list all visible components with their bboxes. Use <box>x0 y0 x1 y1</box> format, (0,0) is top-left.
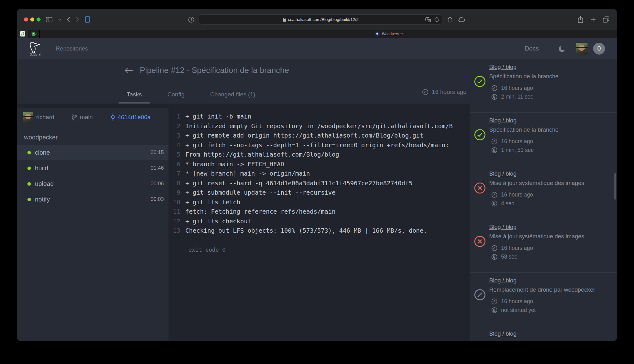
repo-link[interactable]: Blog / blog <box>489 224 516 231</box>
home-icon[interactable] <box>447 17 453 22</box>
page-icon[interactable] <box>85 16 90 23</box>
step-notify[interactable]: notify 00:03 <box>17 192 168 207</box>
log-line: 5From https://git.athaliasoft.com/Blog/b… <box>172 150 470 160</box>
back-icon[interactable] <box>67 17 70 22</box>
feather-favicon <box>20 31 25 36</box>
duration-icon <box>491 307 498 313</box>
app-version: 0.15.8 <box>30 52 41 57</box>
tab-config[interactable]: Config <box>159 91 193 104</box>
step-build[interactable]: build 01:46 <box>17 160 168 176</box>
author-avatar <box>23 112 33 123</box>
sidebar-toggle-icon[interactable] <box>46 17 52 22</box>
log-line: 9+ git submodule update --init --recursi… <box>172 188 470 198</box>
user-avatar[interactable] <box>576 43 588 55</box>
cloud-icon[interactable] <box>458 17 465 22</box>
reload-icon[interactable] <box>434 17 439 22</box>
tab-bar: Woodpecker <box>17 30 617 38</box>
log-line: 13Checking out LFS objects: 100% (573/57… <box>172 226 470 236</box>
notification-badge[interactable]: 0 <box>593 43 605 55</box>
repo-link[interactable]: Blog / blog <box>489 170 516 177</box>
zoom-window-button[interactable] <box>37 17 41 22</box>
pipeline-entry[interactable]: Blog / blog Mise à jour systématique des… <box>470 219 617 273</box>
back-arrow-icon[interactable] <box>124 67 133 74</box>
step-upload[interactable]: upload 00:06 <box>17 176 168 192</box>
translate-icon[interactable]: A <box>425 17 431 22</box>
forward-icon[interactable] <box>76 17 79 22</box>
workflow-group-label: woodpecker <box>17 127 168 145</box>
step-success-dot <box>27 198 31 201</box>
log-line: 6* branch main -> FETCH_HEAD <box>172 160 470 169</box>
lock-icon <box>283 17 286 22</box>
app-header: 0.15.8 Repositories Docs 0 <box>17 38 617 59</box>
log-line: 3+ git remote add origin https://git.ath… <box>172 131 470 141</box>
clock-icon <box>491 138 498 145</box>
repo-link[interactable]: Blog / blog <box>489 330 516 337</box>
app-logo[interactable]: 0.15.8 <box>28 41 42 57</box>
pinned-tab-2[interactable] <box>28 30 40 38</box>
browser-toolbar: ci.athaliasoft.com/Blog/blog/build/12/2 … <box>17 9 617 30</box>
repo-link[interactable]: Blog / blog <box>489 277 516 284</box>
commit-message: Mise à jour systématique des images <box>489 233 611 240</box>
url-bar[interactable]: ci.athaliasoft.com/Blog/blog/build/12/2 … <box>199 14 442 25</box>
dark-mode-toggle-icon[interactable] <box>558 45 566 53</box>
browser-window: ci.athaliasoft.com/Blog/blog/build/12/2 … <box>17 9 617 341</box>
pinned-tab-1[interactable] <box>17 30 28 38</box>
recent-pipelines-sidebar: Blog / blog Spécification de la branche … <box>470 59 617 341</box>
status-success-icon <box>474 129 486 141</box>
pipeline-entry[interactable]: Blog / blog Mise à jour systématique des… <box>470 166 617 219</box>
step-success-dot <box>27 167 31 170</box>
teacup-favicon <box>31 32 37 36</box>
commit-link[interactable]: 4614d1e06a <box>111 114 151 121</box>
clock-icon <box>491 245 498 251</box>
clock-icon <box>491 85 498 91</box>
console-log[interactable]: 1+ git init -b main 2Initialized empty G… <box>168 108 470 341</box>
minimize-window-button[interactable] <box>30 17 34 22</box>
share-icon[interactable] <box>578 16 583 23</box>
tab-tasks[interactable]: Tasks <box>119 91 150 104</box>
duration-icon <box>491 200 498 207</box>
duration-icon <box>491 94 498 100</box>
commit-message: Remplacement de drone par woodpecker <box>489 286 611 293</box>
clock-icon <box>422 89 429 95</box>
repo-link[interactable]: Blog / blog <box>489 117 516 124</box>
pipeline-entry[interactable]: Blog / blog Spécification de la branche … <box>470 59 617 113</box>
commit-hash: 4614d1e06a <box>118 114 151 121</box>
commit-message: Spécification de la branche <box>489 73 611 80</box>
woodpecker-logo-icon <box>28 41 42 53</box>
pipeline-header: Pipeline #12 - Spécification de la branc… <box>17 59 470 104</box>
pipeline-entry[interactable]: Blog / blog Spécification de la branche … <box>470 113 617 166</box>
commit-icon <box>111 114 115 121</box>
chevron-down-icon[interactable] <box>58 18 61 21</box>
log-line: 11fetch: Fetching reference refs/heads/m… <box>172 207 470 217</box>
active-tab[interactable]: Woodpecker <box>40 30 617 38</box>
tab-changed-files[interactable]: Changed files (1) <box>202 91 264 104</box>
nav-docs[interactable]: Docs <box>524 45 539 52</box>
log-line: 10+ git lfs fetch <box>172 198 470 207</box>
info-icon[interactable] <box>188 17 194 23</box>
author-name: richard <box>36 114 54 121</box>
status-failure-icon <box>474 235 486 247</box>
nav-repositories[interactable]: Repositories <box>56 45 88 52</box>
clock-icon <box>491 192 498 198</box>
commit-message: Spécification de la branche <box>489 126 611 133</box>
pipeline-created-time: 16 hours ago <box>432 89 466 95</box>
log-line: 4+ git fetch --no-tags --depth=1 --filte… <box>172 141 470 150</box>
log-line: 12+ git lfs checkout <box>172 217 470 226</box>
clock-icon <box>491 298 498 305</box>
pipeline-entry[interactable]: Blog / blog Remplacement de drone par wo… <box>470 273 617 326</box>
pipeline-entry[interactable]: Blog / blog Remplacement de drone par wo… <box>470 326 617 341</box>
status-success-icon <box>474 75 486 87</box>
commit-message: Remplacement de drone par woodpecker <box>489 340 611 341</box>
new-tab-icon[interactable] <box>590 17 596 22</box>
branch-icon <box>71 114 77 121</box>
pipeline-title: Pipeline #12 - Spécification de la branc… <box>140 66 289 75</box>
repo-link[interactable]: Blog / blog <box>489 64 516 70</box>
sidebar-scrollbar[interactable] <box>614 173 616 200</box>
log-line: 8+ git reset --hard -q 4614d1e06a3dabf31… <box>172 179 470 188</box>
duration-icon <box>491 147 498 153</box>
close-window-button[interactable] <box>24 17 28 22</box>
step-clone[interactable]: clone 00:15 <box>17 145 168 160</box>
tab-overview-icon[interactable] <box>603 16 609 23</box>
log-line: 1+ git init -b main <box>172 112 470 122</box>
commit-message: Mise à jour systématique des images <box>489 180 611 187</box>
